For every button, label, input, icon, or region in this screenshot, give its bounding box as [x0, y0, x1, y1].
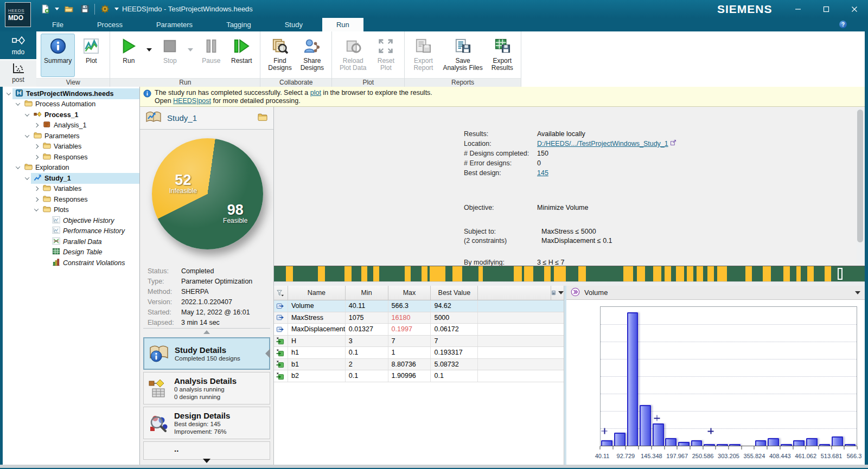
settings-button-dropdown-icon[interactable] [114, 8, 119, 10]
heeds-post-link[interactable]: HEEDS|post [173, 97, 211, 105]
filter-icon[interactable] [274, 286, 288, 300]
scroll-up-arrow[interactable] [203, 330, 210, 334]
plot-link[interactable]: plot [310, 89, 321, 97]
tree-item-study_1[interactable]: Study_1 [3, 173, 139, 184]
infeasible-design-stripe [623, 266, 634, 281]
tree-item-responses[interactable]: Responses [3, 194, 139, 205]
table-row-maxdisplacement[interactable]: MaxDisplacement0.013270.19970.06172 [274, 324, 564, 336]
tab-study[interactable]: Study [271, 18, 317, 31]
chevron-right-icon[interactable] [33, 187, 40, 190]
tree-item-objective-history[interactable]: Objective History [3, 215, 139, 226]
histogram-dropdown-icon[interactable] [855, 291, 860, 294]
table-row-h[interactable]: H377 [274, 336, 564, 348]
tree-item-process-automation[interactable]: Process Automation [3, 99, 139, 110]
chevron-right-icon[interactable] [33, 156, 40, 159]
folder-icon [43, 152, 51, 162]
tree-item-variables[interactable]: Variables [3, 184, 139, 195]
tab-parameters[interactable]: Parameters [142, 18, 207, 31]
details-link[interactable]: 145 [537, 169, 548, 177]
card-design-details[interactable]: Design DetailsBest design: 145Improvemen… [143, 407, 270, 439]
tree-item-variables[interactable]: Variables [3, 142, 139, 152]
save-analysis-files-button[interactable]: Save Analysis Files [439, 34, 486, 77]
new-file-button-dropdown-icon[interactable] [55, 8, 59, 10]
open-button[interactable] [63, 3, 75, 15]
table-row-b2[interactable]: b20.11.909960.1 [274, 370, 564, 382]
chevron-down-icon[interactable] [23, 177, 31, 180]
horizontal-splitter[interactable] [274, 281, 865, 286]
design-feasibility-strip[interactable] [274, 266, 865, 281]
tree-item-process_1[interactable]: Process_1 [3, 110, 139, 120]
column-header-min[interactable]: Min [346, 286, 388, 300]
close-button[interactable] [848, 3, 860, 15]
study-summary-panel: Study_1 52Infeasible 98Feasible Status:C… [140, 107, 274, 465]
calculator-button[interactable] [551, 286, 564, 300]
new-file-button[interactable] [39, 3, 51, 15]
summary-button[interactable]: Summary [41, 34, 75, 77]
app-mode-post[interactable]: post [0, 60, 36, 86]
chevron-down-icon[interactable] [23, 113, 31, 117]
window-title: HEEDS|mdo - TestProjectWindows.heeds [122, 0, 253, 18]
minimize-button[interactable] [792, 3, 804, 15]
tree-item-plots[interactable]: Plots [3, 205, 139, 216]
variable-icon [274, 370, 288, 382]
external-link-icon[interactable] [668, 140, 676, 147]
infeasible-design-stripe [665, 266, 671, 281]
tree-item-design-table[interactable]: Design Table [3, 247, 139, 258]
column-header-best-value[interactable]: Best Value [431, 286, 478, 300]
run-button[interactable]: Run [114, 34, 143, 77]
tree-item-analysis_1[interactable]: Analysis_1 [3, 120, 139, 131]
tree-item-parameters[interactable]: Parameters [3, 131, 139, 142]
tree-item-performance-history[interactable]: Performance History [3, 226, 139, 237]
chevron-right-icon[interactable] [33, 124, 40, 127]
details-row: # Designs completed:150 [464, 149, 548, 158]
table-row-b1[interactable]: b128.807365.08732 [274, 359, 564, 371]
settings-button[interactable] [99, 3, 111, 15]
chevron-right-icon[interactable] [33, 145, 40, 148]
plot-button[interactable]: Plot [77, 34, 105, 77]
tab-process[interactable]: Process [83, 18, 137, 31]
folder-icon [43, 205, 51, 215]
details-link[interactable]: D:/HEEDS/.../TestProjectWindows_Study_1 [537, 140, 668, 147]
tree-item-parallel-data[interactable]: Parallel Data [3, 236, 139, 247]
open-study-folder-icon[interactable] [257, 112, 268, 124]
tree-item-responses[interactable]: Responses [3, 152, 139, 163]
chevron-down-icon[interactable] [5, 92, 12, 95]
scroll-down-arrow[interactable] [203, 459, 210, 463]
table-row-h1[interactable]: h10.110.193317 [274, 347, 564, 359]
save-button[interactable] [79, 3, 91, 15]
info-line1: The study run has completed successfully… [155, 89, 432, 97]
tree-item-testprojectwindows.heeds[interactable]: TestProjectWindows.heeds [3, 88, 139, 99]
chevron-down-icon[interactable] [14, 102, 22, 106]
ribbon-group-label: Plot [332, 78, 404, 87]
card-dotdot[interactable]: .. [143, 441, 270, 460]
chevron-down-icon[interactable] [14, 166, 22, 169]
details-scrollbar[interactable] [857, 108, 864, 265]
table-green-icon [52, 247, 60, 257]
column-header-max[interactable]: Max [388, 286, 431, 300]
card-analysis-details[interactable]: Analysis Details0 analysis running0 desi… [143, 372, 270, 404]
table-row-maxstress[interactable]: MaxStress1075161805000 [274, 312, 564, 324]
ribbon-group-collaborate: Find DesignsShare DesignsCollaborate [260, 31, 332, 87]
help-button[interactable]: ? [839, 20, 847, 31]
share-designs-button[interactable]: Share Designs [297, 34, 327, 77]
app-mode-mdo[interactable]: mdo [0, 31, 36, 60]
tree-item-exploration[interactable]: Exploration [3, 163, 139, 174]
run-dropdown-icon[interactable] [145, 34, 154, 66]
restart-button[interactable]: Restart [227, 34, 256, 77]
tab-file[interactable]: File [38, 18, 78, 31]
chevron-down-icon[interactable] [23, 134, 31, 138]
chevron-down-icon[interactable] [33, 208, 40, 211]
tab-run[interactable]: Run [322, 18, 363, 31]
chevron-right-icon[interactable] [33, 198, 40, 201]
column-header-name[interactable]: Name [288, 286, 346, 300]
ribbon-group-label: Collaborate [260, 78, 331, 87]
best-design-marker[interactable] [838, 268, 843, 280]
tab-tagging[interactable]: Tagging [212, 18, 265, 31]
tree-item-constraint-violations[interactable]: Constraint Violations [3, 258, 139, 268]
find-designs-button[interactable]: Find Designs [265, 34, 295, 77]
export-results-button[interactable]: Export Results [488, 34, 516, 77]
maximize-button[interactable] [820, 3, 832, 15]
expand-icon[interactable] [571, 287, 580, 298]
card-study-details[interactable]: Study DetailsCompleted 150 designs [143, 337, 270, 370]
table-row-volume[interactable]: Volume40.11566.394.62 [274, 300, 564, 312]
